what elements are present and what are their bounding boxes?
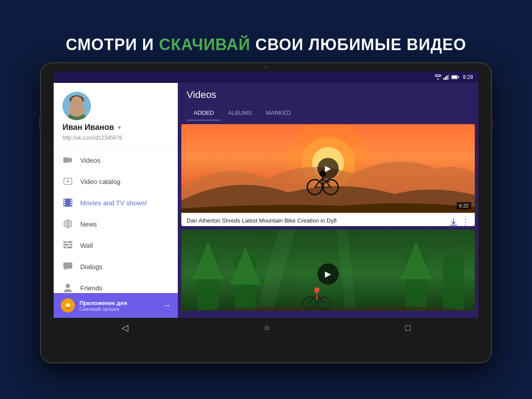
sidebar-item-news[interactable]: News [54, 213, 178, 235]
app-of-day-arrow-icon[interactable]: → [163, 301, 171, 310]
profile-url: http://vk.com/id12345678 [63, 135, 122, 141]
svg-marker-15 [67, 180, 70, 183]
play-button-2[interactable]: ▶ [317, 263, 339, 285]
video-list: ▶ 6:22 Dan Atherton Shreds Latest Mounta… [178, 121, 478, 318]
video-title-1: Dan Atherton Shreds Latest Mountain Bike… [187, 217, 446, 225]
tabs: ADDED ALBUMS MARKED [187, 106, 469, 121]
sidebar-divider [54, 147, 178, 148]
app-of-day-text: Приложение дня Скачивай лучшее [79, 300, 158, 312]
video-desc-1: Присоединитесь к бешеному тревелу Дэнни … [187, 226, 446, 226]
profile-dropdown-arrow[interactable]: ▼ [117, 125, 122, 131]
svg-rect-1 [445, 77, 446, 80]
globe-icon [63, 219, 73, 229]
sidebar-item-wall-label: Wall [80, 242, 93, 249]
svg-rect-0 [443, 78, 445, 80]
sidebar-item-dialogs-label: Dialogs [80, 263, 102, 270]
medal-icon [64, 301, 72, 309]
home-button[interactable]: ○ [264, 323, 269, 333]
signal-icon [443, 74, 450, 80]
tab-added[interactable]: ADDED [187, 106, 221, 121]
status-icons: 9:28 [434, 74, 473, 80]
tablet-screen: 9:28 [54, 71, 478, 337]
tab-albums[interactable]: ALBUMS [221, 106, 259, 121]
svg-rect-5 [452, 76, 457, 78]
svg-rect-18 [64, 202, 65, 203]
main-content: Videos ADDED ALBUMS MARKED [178, 83, 478, 318]
more-button-1[interactable]: ⋮ [462, 217, 469, 226]
play-button-1[interactable]: ▶ [317, 158, 339, 179]
svg-rect-24 [63, 241, 67, 243]
avatar-image [63, 92, 91, 120]
app-of-day-icon [61, 298, 75, 313]
svg-point-57 [314, 287, 320, 293]
svg-rect-3 [448, 74, 449, 80]
svg-rect-28 [63, 246, 66, 248]
comment-icon [63, 261, 73, 272]
status-time: 9:28 [463, 74, 473, 80]
battery-icon [451, 75, 459, 79]
volume-button [39, 117, 41, 130]
svg-rect-22 [70, 204, 72, 205]
sidebar-item-friends-label: Friends [80, 284, 102, 292]
sidebar-item-dialogs[interactable]: Dialogs [54, 256, 178, 277]
app-of-day-subtitle: Скачивай лучшее [79, 306, 158, 312]
svg-rect-13 [63, 157, 69, 163]
sidebar-nav: Videos Video catalog [54, 149, 178, 293]
download-icon [449, 218, 458, 226]
page-title: Videos [187, 89, 469, 101]
sidebar-item-videos-label: Videos [80, 156, 101, 164]
app-of-day-title: Приложение дня [79, 300, 158, 306]
power-button [491, 117, 493, 130]
profile-name: Иван Иванов ▼ [63, 123, 122, 132]
video-thumbnail-1[interactable]: ▶ 6:22 [181, 124, 475, 213]
video-thumbnail-2[interactable]: ▶ [181, 230, 475, 311]
video-actions-1: ⋮ [449, 217, 469, 226]
bottom-nav: ◁ ○ □ [54, 318, 478, 337]
sidebar-item-video-catalog-label: Video catalog [80, 178, 121, 185]
film-icon [63, 197, 73, 208]
download-button-1[interactable] [449, 218, 458, 226]
back-button[interactable]: ◁ [121, 322, 128, 333]
svg-rect-6 [458, 76, 459, 78]
avatar[interactable] [63, 92, 91, 120]
svg-point-9 [71, 99, 82, 111]
svg-rect-17 [64, 200, 65, 201]
svg-point-10 [68, 112, 86, 120]
sidebar-item-video-catalog[interactable]: Video catalog [54, 171, 178, 192]
headline-highlight: СКАЧИВАЙ [159, 35, 250, 54]
video-info-1: Dan Atherton Shreds Latest Mountain Bike… [181, 213, 475, 226]
sidebar-item-movies-label: Movies and TV shows! [80, 199, 147, 207]
sidebar-item-videos[interactable]: Videos [54, 149, 178, 171]
svg-rect-25 [68, 241, 72, 243]
svg-point-8 [70, 95, 84, 104]
svg-rect-27 [70, 244, 72, 246]
svg-point-11 [73, 103, 75, 105]
content-header: Videos ADDED ALBUMS MARKED [178, 83, 478, 121]
video-card-1: ▶ 6:22 Dan Atherton Shreds Latest Mounta… [181, 124, 475, 226]
person-icon [63, 282, 73, 293]
headline-part2: СВОИ ЛЮБИМЫЕ ВИДЕО [250, 35, 466, 54]
svg-rect-26 [63, 244, 69, 246]
sidebar-item-friends[interactable]: Friends [54, 277, 178, 293]
tab-marked[interactable]: MARKED [259, 106, 298, 121]
sidebar: Иван Иванов ▼ http://vk.com/id12345678 [54, 83, 178, 318]
sidebar-item-wall[interactable]: Wall [54, 235, 178, 256]
svg-rect-2 [446, 75, 448, 80]
app-area: Иван Иванов ▼ http://vk.com/id12345678 [54, 83, 478, 318]
svg-point-12 [78, 103, 80, 105]
recent-apps-button[interactable]: □ [405, 323, 411, 333]
svg-rect-30 [63, 262, 72, 269]
svg-rect-51 [450, 225, 457, 226]
svg-rect-20 [70, 200, 72, 201]
tablet-frame: 9:28 [40, 62, 492, 364]
status-bar: 9:28 [54, 71, 478, 83]
sidebar-item-movies[interactable]: Movies and TV shows! [54, 192, 178, 213]
wall-icon [63, 240, 73, 250]
svg-rect-19 [64, 204, 65, 205]
duration-badge-1: 6:22 [457, 202, 471, 209]
app-of-day-banner[interactable]: Приложение дня Скачивай лучшее → [54, 293, 178, 318]
tablet-device: 9:28 [40, 62, 492, 364]
svg-rect-21 [70, 202, 72, 203]
tablet-camera [264, 65, 268, 69]
svg-rect-37 [67, 307, 69, 308]
